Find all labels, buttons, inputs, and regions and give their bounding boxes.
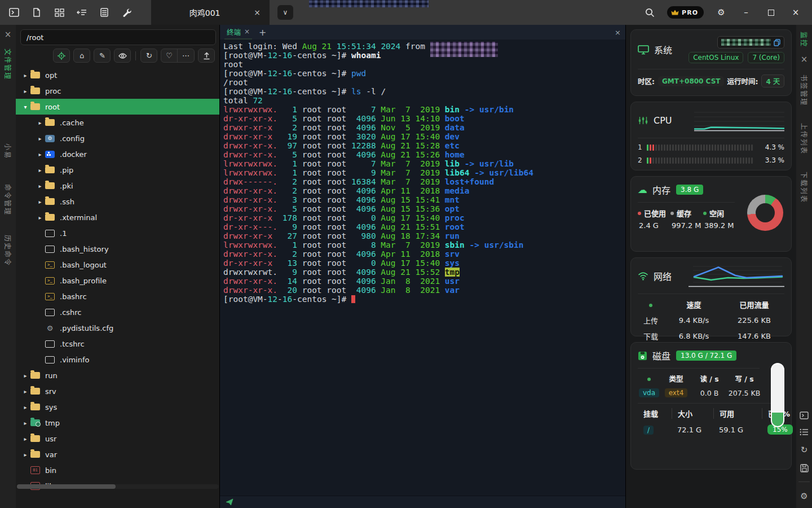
tree-item-.pip[interactable]: ▸.pip bbox=[16, 162, 219, 178]
expand-arrow-icon[interactable]: ▸ bbox=[35, 151, 45, 157]
tree-item-run[interactable]: ▸run bbox=[16, 367, 219, 383]
task-list-icon[interactable] bbox=[800, 428, 809, 436]
quick-send-plane-icon[interactable] bbox=[226, 498, 233, 506]
tree-item-.cshrc[interactable]: .cshrc bbox=[16, 304, 219, 320]
save-tool-icon[interactable] bbox=[800, 464, 809, 472]
tree-item-.bash_logout[interactable]: .bash_logout bbox=[16, 257, 219, 273]
terminal-output[interactable]: Last login: Wed Aug 21 15:51:34 2024 fro… bbox=[220, 40, 625, 496]
new-file-icon[interactable] bbox=[29, 5, 44, 20]
show-hidden-eye-button[interactable] bbox=[114, 49, 131, 63]
expand-arrow-icon[interactable]: ▸ bbox=[20, 452, 30, 458]
terminal-text-segment: 1 bbox=[277, 105, 297, 114]
tree-item-.viminfo[interactable]: .viminfo bbox=[16, 352, 219, 367]
session-tab[interactable]: 肉鸡001 × bbox=[151, 0, 270, 25]
expand-arrow-icon[interactable]: ▸ bbox=[35, 183, 45, 189]
workflow-icon[interactable] bbox=[74, 5, 89, 20]
expand-arrow-icon[interactable]: ▸ bbox=[20, 72, 30, 78]
sidebar-item-xiaoyi[interactable]: 小易 bbox=[3, 143, 13, 159]
refresh-tool-icon[interactable]: ↻ bbox=[801, 445, 808, 455]
close-terminal-panel-icon[interactable]: × bbox=[615, 28, 621, 37]
sidebar-item-command-manager[interactable]: 命令管理 bbox=[3, 184, 13, 216]
edit-pencil-button[interactable]: ✎ bbox=[94, 49, 111, 63]
expand-arrow-icon[interactable]: ▸ bbox=[35, 199, 45, 205]
sidebar-item-download-list[interactable]: 下载列表 bbox=[800, 172, 809, 203]
horizontal-scrollbar[interactable] bbox=[17, 484, 219, 489]
folder-icon bbox=[45, 119, 55, 126]
expand-arrow-icon[interactable]: ▸ bbox=[20, 88, 30, 94]
expand-arrow-icon[interactable]: ▾ bbox=[20, 104, 30, 110]
tree-item-sys[interactable]: ▸sys bbox=[16, 399, 219, 415]
tree-item-.1[interactable]: .1 bbox=[16, 225, 219, 241]
expand-arrow-icon[interactable]: ▸ bbox=[35, 167, 45, 173]
sidebar-item-file-manager[interactable]: 文件管理 bbox=[3, 49, 13, 80]
tree-item-var[interactable]: ▸var bbox=[16, 446, 219, 462]
cpu-sliders-icon bbox=[638, 116, 648, 125]
tree-item-tmp[interactable]: ▸tmp bbox=[16, 415, 219, 431]
pro-badge[interactable]: PRO bbox=[667, 6, 704, 19]
upload-button[interactable] bbox=[198, 49, 215, 63]
tree-item-.cache[interactable]: ▸.cache bbox=[16, 115, 219, 130]
scrollbar-thumb[interactable] bbox=[17, 484, 116, 489]
refresh-button[interactable]: ↻ bbox=[140, 49, 157, 63]
terminal-text-segment: -> usr/lib bbox=[460, 159, 514, 168]
tree-item-.pki[interactable]: ▸.pki bbox=[16, 178, 219, 194]
close-terminal-tab-icon[interactable]: × bbox=[244, 28, 250, 36]
expand-arrow-icon[interactable]: ▸ bbox=[35, 120, 45, 126]
terminal-text-segment: drwxrwxrwt. bbox=[223, 268, 277, 277]
more-options-button[interactable]: ⋯ bbox=[177, 49, 194, 62]
expand-arrow-icon[interactable]: ▸ bbox=[20, 404, 30, 410]
tree-item-.bash_profile[interactable]: .bash_profile bbox=[16, 273, 219, 288]
sidebar-item-command-history[interactable]: 历史命令 bbox=[3, 235, 13, 266]
memory-used-value: 2.4 G bbox=[638, 221, 670, 230]
close-panel-icon[interactable]: × bbox=[5, 29, 12, 40]
terminal-text-segment: root root bbox=[297, 123, 351, 132]
expand-arrow-icon[interactable]: ▸ bbox=[35, 214, 45, 221]
sidebar-item-monitor[interactable]: 监控 bbox=[800, 32, 809, 47]
tree-item-.bash_history[interactable]: .bash_history bbox=[16, 241, 219, 257]
tree-item-opt[interactable]: ▸opt bbox=[16, 67, 219, 83]
host-address-pill[interactable] bbox=[717, 36, 784, 49]
tree-item-bin[interactable]: bin bbox=[16, 462, 219, 478]
terminal-text-segment: drwxr-xr-x. bbox=[223, 277, 277, 286]
terminal-tab[interactable]: 终端 × bbox=[224, 25, 252, 40]
favorite-heart-button[interactable]: ♡ bbox=[161, 49, 177, 62]
minimize-button[interactable]: – bbox=[739, 5, 753, 20]
tree-item-.docker[interactable]: ▸.docker bbox=[16, 146, 219, 162]
tree-item-.pydistutils.cfg[interactable]: .pydistutils.cfg bbox=[16, 320, 219, 336]
locate-target-button[interactable] bbox=[53, 49, 70, 63]
tree-item-.ssh[interactable]: ▸.ssh bbox=[16, 194, 219, 209]
tree-item-proc[interactable]: ▸proc bbox=[16, 83, 219, 99]
sidebar-item-upload-list[interactable]: 上传列表 bbox=[800, 123, 809, 155]
settings-gear-tool-icon[interactable]: ⚙ bbox=[800, 491, 807, 501]
close-window-button[interactable]: × bbox=[788, 5, 803, 20]
path-input[interactable]: /root bbox=[20, 29, 216, 45]
settings-gear-icon[interactable]: ⚙ bbox=[714, 5, 729, 20]
new-session-dropdown[interactable]: ∨ bbox=[277, 5, 293, 20]
expand-arrow-icon[interactable]: ▸ bbox=[35, 135, 45, 142]
tree-item-label: .config bbox=[60, 134, 85, 143]
maximize-button[interactable] bbox=[764, 5, 778, 20]
tree-item-root[interactable]: ▾root bbox=[16, 99, 219, 115]
tree-item-.xterminal[interactable]: ▸.xterminal bbox=[16, 209, 219, 225]
tree-item-usr[interactable]: ▸usr bbox=[16, 431, 219, 446]
copy-icon[interactable] bbox=[774, 39, 780, 46]
expand-arrow-icon[interactable]: ▸ bbox=[20, 436, 30, 442]
tree-item-srv[interactable]: ▸srv bbox=[16, 383, 219, 399]
tree-item-.bashrc[interactable]: .bashrc bbox=[16, 288, 219, 304]
sidebar-item-bookmarks[interactable]: 书签管理 bbox=[800, 75, 809, 106]
tools-wrench-icon[interactable] bbox=[120, 5, 134, 20]
server-list-icon[interactable] bbox=[97, 5, 112, 20]
close-monitor-panel-icon[interactable]: × bbox=[801, 54, 808, 64]
new-terminal-tab-button[interactable]: + bbox=[259, 27, 266, 38]
expand-arrow-icon[interactable]: ▸ bbox=[20, 388, 30, 395]
terminal-tool-icon[interactable] bbox=[800, 411, 809, 419]
tree-item-.config[interactable]: ▸.config bbox=[16, 130, 219, 146]
home-button[interactable]: ⌂ bbox=[73, 49, 90, 63]
close-tab-icon[interactable]: × bbox=[251, 7, 263, 18]
tree-item-.tcshrc[interactable]: .tcshrc bbox=[16, 336, 219, 352]
search-icon[interactable] bbox=[642, 5, 657, 20]
split-view-icon[interactable] bbox=[52, 5, 67, 20]
expand-arrow-icon[interactable]: ▸ bbox=[20, 373, 30, 379]
terminal-app-icon[interactable] bbox=[7, 5, 21, 20]
expand-arrow-icon[interactable]: ▸ bbox=[20, 420, 30, 426]
